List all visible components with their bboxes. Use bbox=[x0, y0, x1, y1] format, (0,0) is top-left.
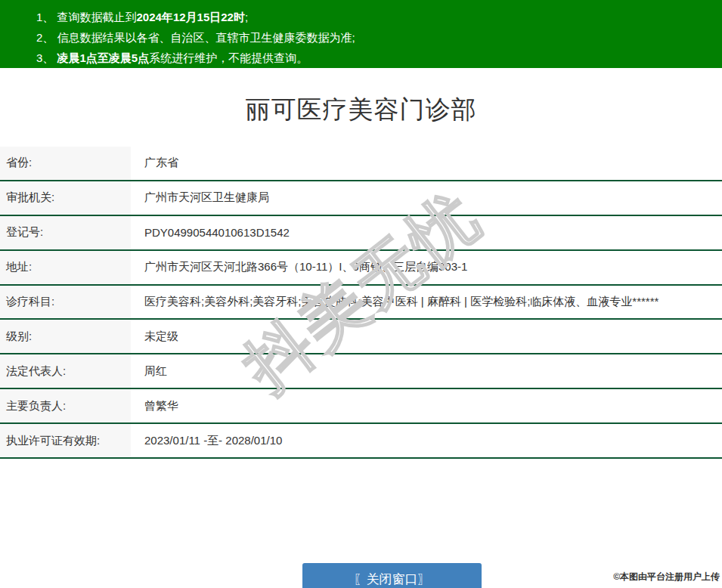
row-value: 广州市天河区卫生健康局 bbox=[131, 181, 722, 215]
row-value: 2023/01/11 -至- 2028/01/10 bbox=[131, 424, 722, 457]
notice-line: 3、 凌晨1点至凌晨5点系统进行维护，不能提供查询。 bbox=[36, 48, 722, 68]
notice-text-bold: 凌晨1点至凌晨5点 bbox=[57, 51, 150, 64]
uploader-copyright-note: ©本图由平台注册用户上传 bbox=[613, 571, 720, 583]
row-label: 级别: bbox=[0, 320, 131, 353]
row-value: 医疗美容科;美容外科;美容牙科;美容皮肤科;美容中医科 | 麻醉科 | 医学检验… bbox=[131, 286, 722, 319]
institution-info-table: 省份: 广东省 审批机关: 广州市天河区卫生健康局 登记号: PDY049905… bbox=[0, 147, 722, 459]
row-label: 省份: bbox=[0, 147, 131, 180]
notice-line: 2、 信息数据结果以各省、自治区、直辖市卫生健康委数据为准; bbox=[36, 27, 722, 48]
row-label: 法定代表人: bbox=[0, 354, 131, 388]
table-row-approval-authority: 审批机关: 广州市天河区卫生健康局 bbox=[0, 181, 722, 216]
notice-text-pre: 2、 信息数据结果以各省、自治区、直辖市卫生健康委数据为准; bbox=[36, 31, 355, 44]
notice-banner: 1、 查询数据截止到2024年12月15日22时; 2、 信息数据结果以各省、自… bbox=[0, 0, 722, 68]
row-label: 执业许可证有效期: bbox=[0, 424, 131, 457]
row-label: 诊疗科目: bbox=[0, 286, 131, 319]
row-value: 广州市天河区天河北路366号（10-11）I、J商铺、三层自编303-1 bbox=[131, 251, 722, 284]
notice-line: 1、 查询数据截止到2024年12月15日22时; bbox=[36, 7, 722, 27]
table-row-address: 地址: 广州市天河区天河北路366号（10-11）I、J商铺、三层自编303-1 bbox=[0, 251, 722, 286]
table-row-treatment-subjects: 诊疗科目: 医疗美容科;美容外科;美容牙科;美容皮肤科;美容中医科 | 麻醉科 … bbox=[0, 286, 722, 320]
table-row-legal-representative: 法定代表人: 周红 bbox=[0, 354, 722, 389]
table-row-registration-number: 登记号: PDY04990544010613D1542 bbox=[0, 216, 722, 251]
page: 1、 查询数据截止到2024年12月15日22时; 2、 信息数据结果以各省、自… bbox=[0, 0, 722, 588]
row-label: 登记号: bbox=[0, 216, 131, 249]
row-label: 审批机关: bbox=[0, 181, 131, 215]
table-row-province: 省份: 广东省 bbox=[0, 147, 722, 181]
row-label: 主要负责人: bbox=[0, 389, 131, 422]
table-row-license-validity: 执业许可证有效期: 2023/01/11 -至- 2028/01/10 bbox=[0, 424, 722, 459]
table-row-level: 级别: 未定级 bbox=[0, 320, 722, 354]
table-row-main-person-in-charge: 主要负责人: 曾繁华 bbox=[0, 389, 722, 424]
row-label: 地址: bbox=[0, 251, 131, 284]
row-value: 广东省 bbox=[131, 147, 722, 180]
row-value: 周红 bbox=[131, 354, 722, 388]
row-value: 曾繁华 bbox=[131, 389, 722, 422]
notice-text-post: 系统进行维护，不能提供查询。 bbox=[149, 51, 308, 64]
notice-text-post: ; bbox=[245, 11, 248, 23]
page-title: 丽可医疗美容门诊部 bbox=[0, 68, 722, 147]
row-value: PDY04990544010613D1542 bbox=[131, 216, 722, 249]
row-value: 未定级 bbox=[131, 320, 722, 353]
notice-text-pre: 3、 bbox=[36, 51, 57, 64]
close-window-button[interactable]: 〖关闭窗口〗 bbox=[302, 563, 482, 588]
notice-text-bold: 2024年12月15日22时 bbox=[137, 11, 245, 23]
notice-text-pre: 1、 查询数据截止到 bbox=[36, 11, 137, 23]
